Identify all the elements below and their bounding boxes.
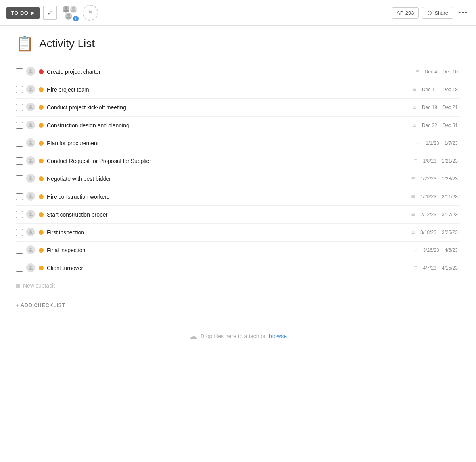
task-name[interactable]: Client turnover	[47, 265, 408, 271]
svg-point-11	[29, 212, 31, 214]
task-checkbox[interactable]	[16, 211, 23, 218]
page-title: Activity List	[39, 37, 95, 50]
person-icon	[28, 86, 33, 92]
task-assignee-avatar	[26, 263, 36, 273]
task-row: Create project charter ≡ Dec 4 Dec 10	[16, 63, 460, 81]
person-icon	[28, 211, 33, 217]
task-end-date: 1/7/23	[445, 140, 458, 146]
task-start-date: Dec 4	[425, 69, 437, 75]
task-checkbox[interactable]	[16, 247, 23, 254]
task-name[interactable]: Conduct Request for Proposal for Supplie…	[47, 158, 408, 164]
task-assignee-avatar	[26, 103, 36, 112]
task-checkbox[interactable]	[16, 68, 23, 75]
drag-handle-icon: ≡	[413, 86, 416, 93]
flag-button[interactable]: ⚑	[83, 5, 98, 21]
task-checkbox[interactable]	[16, 122, 23, 129]
svg-point-2	[72, 6, 75, 9]
task-start-date: 3/18/23	[420, 230, 436, 235]
task-end-date: 3/17/23	[442, 212, 458, 217]
task-assignee-avatar	[26, 85, 36, 94]
browse-link[interactable]: browse	[269, 333, 287, 339]
svg-point-1	[67, 13, 70, 16]
header-right: AP-293 ⬡ Share •••	[392, 6, 470, 19]
task-name[interactable]: Final inspection	[47, 247, 408, 253]
task-end-date: Dec 10	[443, 69, 458, 75]
priority-dot	[39, 248, 44, 253]
svg-point-6	[29, 123, 31, 125]
drag-handle-icon: ≡	[411, 193, 415, 200]
drag-handle-icon: ≡	[416, 140, 420, 147]
task-name[interactable]: Conduct project kick-off meeting	[47, 104, 407, 111]
task-row: Negotiate with best bidder ≡ 1/22/23 1/2…	[16, 170, 460, 188]
priority-dot	[39, 159, 44, 163]
task-name[interactable]: Negotiate with best bidder	[47, 176, 406, 182]
priority-dot	[39, 230, 44, 235]
drag-handle-icon: ≡	[413, 104, 416, 111]
person-icon	[28, 229, 33, 235]
task-row: Plan for procurement ≡ 1/1/23 1/7/23	[16, 134, 460, 152]
drag-handle-icon: ≡	[411, 229, 415, 236]
svg-point-4	[29, 87, 31, 89]
page-title-row: 📋 Activity List	[16, 35, 460, 52]
task-checkbox[interactable]	[16, 265, 23, 272]
task-start-date: Dec 11	[422, 87, 437, 92]
todo-button[interactable]: TO DO ▶	[6, 7, 40, 19]
more-options-button[interactable]: •••	[457, 6, 470, 19]
person-icon	[28, 265, 33, 270]
task-checkbox[interactable]	[16, 193, 23, 200]
drag-handle-icon: ≡	[411, 175, 415, 182]
drag-handle-icon: ≡	[414, 157, 417, 165]
priority-dot	[39, 212, 44, 217]
task-checkbox[interactable]	[16, 229, 23, 236]
task-name[interactable]: Hire construction workers	[47, 194, 406, 200]
task-name[interactable]: Construction design and planning	[47, 122, 407, 128]
new-subtask-icon	[16, 284, 20, 288]
task-start-date: 1/8/23	[423, 158, 436, 164]
person-icon	[28, 194, 33, 199]
share-label: Share	[434, 10, 448, 16]
task-start-date: 1/29/23	[420, 194, 436, 199]
task-end-date: 1/28/23	[442, 176, 458, 182]
task-checkbox[interactable]	[16, 157, 23, 165]
task-row: Start construction proper ≡ 2/12/23 3/17…	[16, 206, 460, 224]
task-name[interactable]: Hire project team	[47, 86, 407, 93]
task-row: Construction design and planning ≡ Dec 2…	[16, 117, 460, 134]
task-name[interactable]: Create project charter	[47, 69, 410, 75]
task-start-date: 4/7/23	[423, 265, 436, 271]
add-checklist-button[interactable]: + ADD CHECKLIST	[16, 294, 460, 312]
new-subtask-row[interactable]: New subtask	[16, 277, 460, 294]
task-row: Hire project team ≡ Dec 11 Dec 18	[16, 81, 460, 99]
task-start-date: 3/26/23	[423, 247, 439, 253]
upload-cloud-icon: ☁	[189, 332, 197, 341]
drop-text: Drop files here to attach or	[200, 333, 266, 339]
priority-dot	[39, 194, 44, 199]
svg-point-3	[29, 69, 31, 71]
svg-point-10	[29, 194, 31, 196]
drag-handle-icon: ≡	[414, 247, 417, 254]
task-checkbox[interactable]	[16, 140, 23, 147]
task-checkbox[interactable]	[16, 175, 23, 182]
share-icon: ⬡	[427, 10, 432, 16]
task-row: First inspection ≡ 3/18/23 3/25/23	[16, 224, 460, 242]
avatar-add-button[interactable]: +	[62, 5, 78, 21]
task-name[interactable]: Plan for procurement	[47, 140, 411, 146]
task-name[interactable]: Start construction proper	[47, 211, 406, 218]
priority-dot	[39, 87, 44, 92]
drag-handle-icon: ≡	[415, 68, 419, 75]
check-button[interactable]: ✓	[43, 6, 57, 20]
header: TO DO ▶ ✓ + ⚑ AP-293 ⬡ Share •••	[0, 0, 476, 26]
task-checkbox[interactable]	[16, 86, 23, 93]
task-start-date: Dec 22	[422, 123, 437, 128]
task-start-date: Dec 19	[422, 105, 437, 110]
svg-point-14	[29, 266, 31, 268]
task-assignee-avatar	[26, 192, 36, 201]
ap-badge[interactable]: AP-293	[392, 7, 419, 19]
share-button[interactable]: ⬡ Share	[422, 7, 453, 19]
task-checkbox[interactable]	[16, 104, 23, 111]
task-name[interactable]: First inspection	[47, 229, 406, 236]
task-row: Hire construction workers ≡ 1/29/23 2/11…	[16, 188, 460, 206]
task-end-date: 2/11/23	[442, 194, 458, 199]
new-subtask-label: New subtask	[23, 282, 55, 289]
task-assignee-avatar	[26, 174, 36, 184]
svg-point-5	[29, 105, 31, 107]
